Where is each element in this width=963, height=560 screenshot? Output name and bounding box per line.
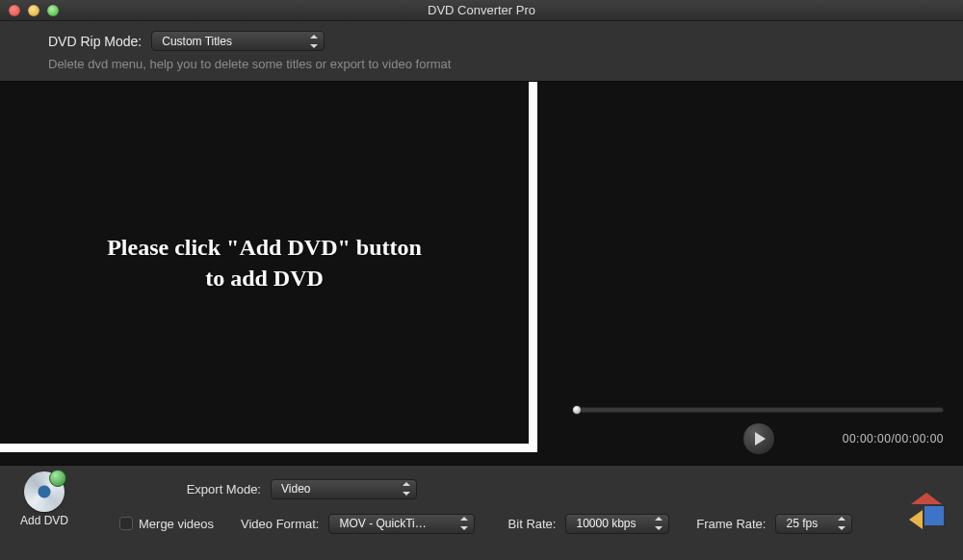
window-minimize-button[interactable] [28,5,39,16]
footer: Add DVD Export Mode: Video Merge videos … [0,466,963,541]
updown-arrows-icon [838,517,846,530]
bit-rate-value: 10000 kbps [576,517,636,530]
window-close-button[interactable] [9,5,20,16]
convert-button[interactable] [905,491,948,529]
add-dvd-placeholder: Please click "Add DVD" button to add DVD [107,232,422,294]
add-dvd-button[interactable]: Add DVD [15,471,73,527]
add-dvd-label: Add DVD [15,514,73,527]
main-area: Please click "Add DVD" button to add DVD… [0,81,963,466]
export-mode-select[interactable]: Video [271,479,417,499]
merge-videos-label: Merge videos [139,517,214,531]
checkbox-box-icon [119,517,133,530]
svg-marker-0 [911,493,942,504]
updown-arrows-icon [655,517,663,530]
rip-mode-hint: Delete dvd menu, help you to delete some… [0,55,963,81]
seek-slider[interactable] [573,407,944,413]
video-format-label: Video Format: [241,517,319,531]
frame-rate-select[interactable]: 25 fps [775,514,852,534]
frame-rate-value: 25 fps [786,517,818,530]
bit-rate-select[interactable]: 10000 kbps [565,514,669,534]
preview-pane: 00:00:00/00:00:00 [554,82,963,465]
timecode: 00:00:00/00:00:00 [843,432,944,445]
title-list-pane: Please click "Add DVD" button to add DVD [0,82,554,465]
titlebar: DVD Converter Pro [0,0,963,21]
updown-arrows-icon [460,517,468,530]
window-title: DVD Converter Pro [0,3,963,17]
export-mode-value: Video [281,482,310,496]
video-format-value: MOV - QuickTi… [339,517,426,530]
rip-mode-select[interactable]: Custom Titles [151,31,325,51]
seek-thumb[interactable] [572,405,582,415]
bit-rate-label: Bit Rate: [500,517,556,531]
play-button[interactable] [742,422,775,455]
preview-video-area [554,82,963,399]
video-format-select[interactable]: MOV - QuickTi… [328,514,475,534]
convert-arrows-icon [905,491,948,529]
rip-mode-label: DVD Rip Mode: [48,34,142,49]
window-zoom-button[interactable] [47,5,59,16]
svg-marker-2 [909,510,923,529]
updown-arrows-icon [403,482,410,496]
merge-videos-checkbox[interactable]: Merge videos [119,517,214,531]
frame-rate-label: Frame Rate: [690,517,766,531]
svg-rect-1 [924,506,944,525]
dvd-disc-icon [24,471,65,512]
rip-mode-value: Custom Titles [162,35,232,48]
export-mode-label: Export Mode: [174,482,261,496]
updown-arrows-icon [310,35,318,48]
